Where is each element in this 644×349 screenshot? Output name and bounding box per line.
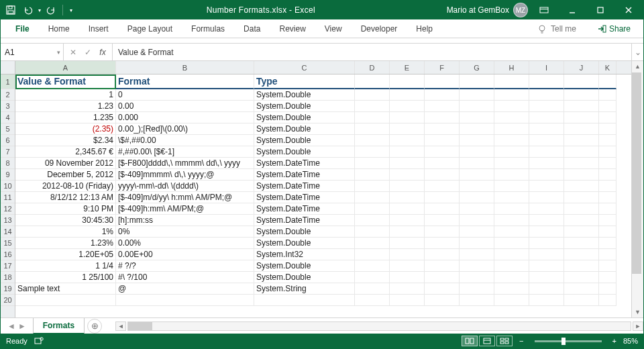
cell[interactable] (355, 123, 390, 135)
cell[interactable] (460, 249, 494, 260)
cell[interactable] (599, 272, 616, 283)
cell[interactable] (494, 135, 529, 146)
cell[interactable]: December 5, 2012 (15, 169, 116, 181)
cell[interactable] (599, 146, 616, 158)
cell[interactable] (494, 89, 529, 101)
row-header[interactable]: 14 (1, 226, 15, 238)
cell[interactable] (529, 249, 564, 260)
cell[interactable] (425, 101, 460, 112)
cell[interactable] (425, 74, 460, 89)
cell[interactable]: System.Double (254, 101, 355, 112)
cell[interactable] (529, 101, 564, 112)
hscroll-track[interactable] (127, 321, 631, 331)
cell[interactable] (564, 249, 599, 260)
cell[interactable] (494, 260, 529, 272)
cell[interactable] (425, 226, 460, 238)
avatar[interactable]: MZ (513, 3, 528, 17)
cell[interactable] (564, 135, 599, 146)
cell[interactable]: $2.34 (15, 135, 116, 146)
cell[interactable] (599, 295, 616, 306)
cell[interactable] (15, 295, 116, 306)
cell[interactable]: 1.23% (15, 238, 116, 249)
cell[interactable] (599, 283, 616, 295)
cell[interactable] (425, 203, 460, 215)
cell[interactable] (390, 260, 425, 272)
tab-nav-prev-icon[interactable]: ◄ (7, 321, 15, 331)
cell[interactable]: [h]:mm:ss (116, 215, 254, 226)
minimize-button[interactable] (560, 1, 584, 19)
cell[interactable] (564, 158, 599, 169)
cell[interactable]: @ (116, 283, 254, 295)
column-header-f[interactable]: F (425, 61, 460, 74)
cell[interactable] (390, 135, 425, 146)
cell[interactable]: 1% (15, 226, 116, 238)
cell[interactable] (425, 158, 460, 169)
cell[interactable] (355, 260, 390, 272)
sheet-tab-formats[interactable]: Formats (33, 318, 85, 334)
scroll-up-icon[interactable]: ▲ (632, 61, 643, 72)
cell[interactable] (460, 123, 494, 135)
share-button[interactable]: Share (590, 23, 638, 34)
cell[interactable] (390, 203, 425, 215)
cell[interactable] (460, 203, 494, 215)
column-header-e[interactable]: E (390, 61, 425, 74)
cell[interactable] (460, 169, 494, 181)
cell[interactable] (355, 295, 390, 306)
cell[interactable]: System.DateTime (254, 192, 355, 203)
tab-home[interactable]: Home (39, 19, 79, 38)
cell[interactable] (564, 260, 599, 272)
cell[interactable]: Format (116, 74, 254, 89)
cell[interactable] (460, 226, 494, 238)
formula-input[interactable]: Value & Format (113, 44, 631, 60)
row-header[interactable]: 1 (1, 74, 15, 89)
normal-view-button[interactable] (462, 336, 478, 346)
undo-dropdown-icon[interactable]: ▾ (38, 7, 41, 13)
enter-entry-icon[interactable]: ✓ (81, 46, 95, 59)
cell[interactable]: 1 1/4 (15, 260, 116, 272)
cell[interactable] (494, 283, 529, 295)
cell[interactable]: 1 (15, 89, 116, 101)
cell[interactable]: System.DateTime (254, 158, 355, 169)
cell[interactable] (529, 283, 564, 295)
row-header[interactable]: 7 (1, 146, 15, 158)
column-header-b[interactable]: B (116, 61, 254, 74)
cell[interactable] (599, 123, 616, 135)
tab-review[interactable]: Review (270, 19, 315, 38)
cell[interactable] (529, 215, 564, 226)
scroll-down-icon[interactable]: ▼ (632, 307, 643, 317)
cell[interactable] (390, 123, 425, 135)
column-header-c[interactable]: C (254, 61, 355, 74)
cell[interactable] (494, 169, 529, 181)
hscroll-left-icon[interactable]: ◄ (115, 321, 126, 331)
add-sheet-button[interactable]: ⊕ (87, 319, 102, 334)
cell[interactable]: System.String (254, 283, 355, 295)
cell[interactable]: 0.00% (116, 238, 254, 249)
cell[interactable]: System.Double (254, 89, 355, 101)
cell[interactable] (564, 112, 599, 123)
cell[interactable] (355, 74, 390, 89)
cell[interactable] (529, 260, 564, 272)
cell[interactable] (599, 101, 616, 112)
page-layout-view-button[interactable] (479, 336, 495, 346)
cell[interactable] (425, 272, 460, 283)
select-all-corner[interactable] (1, 61, 15, 74)
row-header[interactable]: 18 (1, 272, 15, 283)
ribbon-display-button[interactable] (532, 1, 556, 19)
cell[interactable]: System.Double (254, 260, 355, 272)
cell[interactable] (564, 238, 599, 249)
undo-icon[interactable] (21, 3, 36, 17)
cell[interactable] (355, 272, 390, 283)
cell[interactable]: System.Double (254, 238, 355, 249)
cell[interactable] (599, 238, 616, 249)
cell[interactable] (529, 203, 564, 215)
chevron-down-icon[interactable]: ▾ (57, 49, 60, 56)
cell[interactable] (564, 181, 599, 192)
cell[interactable] (599, 181, 616, 192)
row-header[interactable]: 20 (1, 295, 15, 306)
cell[interactable]: # ?/? (116, 260, 254, 272)
tab-formulas[interactable]: Formulas (182, 19, 234, 38)
cell[interactable]: 0.00 (116, 101, 254, 112)
cell[interactable] (116, 295, 254, 306)
cell[interactable] (494, 203, 529, 215)
cell[interactable] (390, 74, 425, 89)
